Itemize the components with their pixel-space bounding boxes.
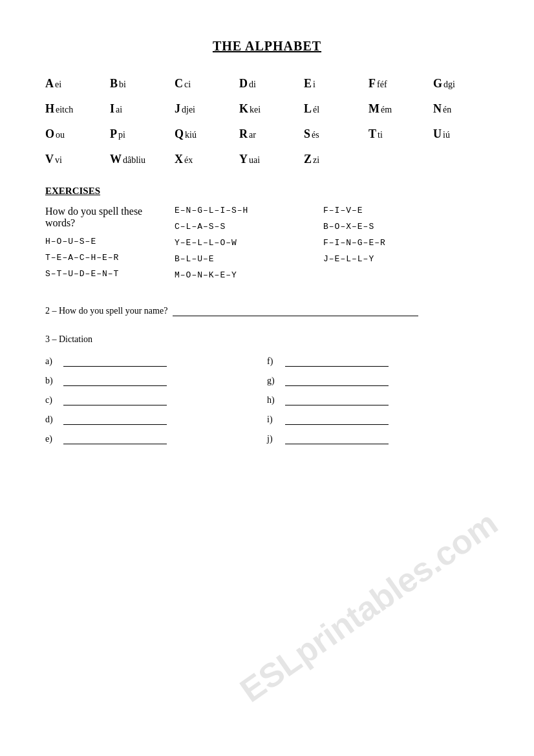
dictation-label: j) — [267, 434, 281, 444]
spell-word: C–L–A–S–S — [175, 222, 323, 232]
alpha-item: Gdgi — [433, 77, 498, 91]
alpha-item: Ddi — [239, 77, 304, 91]
alpha-letter: J — [175, 102, 180, 116]
dictation-label: d) — [45, 415, 59, 425]
alpha-item: Nén — [433, 102, 498, 116]
alpha-item: Cci — [175, 77, 239, 91]
alpha-pron: bi — [119, 80, 126, 90]
alpha-pron: pi — [118, 130, 125, 140]
dictation-item-left: d) — [45, 415, 267, 425]
watermark: ESLprintables.com — [233, 502, 506, 710]
alpha-pron: féf — [377, 80, 387, 90]
dictation-line[interactable] — [285, 366, 389, 367]
alpha-pron: kiú — [185, 130, 197, 140]
spell-word: M–O–N–K–E–Y — [175, 270, 323, 280]
alpha-letter: E — [304, 77, 312, 91]
dictation-item-right: i) — [267, 415, 489, 425]
dictation-line[interactable] — [63, 424, 167, 425]
exercises-grid: How do you spell these words? H–O–U–S–ET… — [45, 206, 489, 280]
dictation-label: c) — [45, 395, 59, 405]
alpha-letter: F — [368, 77, 376, 91]
alpha-item: Jdjei — [175, 102, 239, 116]
alpha-letter: W — [110, 153, 122, 166]
dictation-item-left: c) — [45, 395, 267, 405]
alpha-item: Tti — [368, 127, 433, 141]
alpha-letter: T — [368, 127, 376, 141]
alpha-item: Wdâbliu — [110, 153, 175, 166]
alpha-letter: R — [239, 127, 248, 141]
alpha-letter: A — [45, 77, 54, 91]
alpha-item: Bbi — [110, 77, 175, 91]
spell-word: B–O–X–E–S — [323, 222, 453, 232]
alpha-pron: kei — [250, 105, 261, 115]
dictation-line[interactable] — [285, 385, 389, 386]
alpha-letter: M — [368, 102, 379, 116]
section2-line[interactable] — [173, 316, 418, 316]
dictation-item-left: a) — [45, 356, 267, 367]
alpha-item: Heitch — [45, 102, 110, 116]
dictation-item-right: g) — [267, 376, 489, 386]
dictation-label: g) — [267, 376, 281, 386]
alpha-pron: zi — [313, 155, 319, 166]
section2-label: 2 – How do you spell your name? — [45, 306, 167, 316]
alphabet-section: AeiBbiCciDdiEiFféfGdgiHeitchIaiJdjeiKkei… — [45, 77, 489, 166]
alpha-pron: dgi — [443, 80, 455, 90]
alpha-letter: O — [45, 127, 54, 141]
dictation-grid: a)f)b)g)c)h)d)i)e)j) — [45, 356, 489, 444]
dictation-item-right: j) — [267, 434, 489, 444]
alpha-pron: ar — [249, 130, 256, 140]
section3-label: 3 – Dictation — [45, 334, 489, 345]
alpha-pron: ai — [116, 105, 122, 115]
spell-col2: E–N–G–L–I–S–HC–L–A–S–SY–E–L–L–O–WB–L–U–E… — [175, 206, 323, 280]
dictation-line[interactable] — [63, 385, 167, 386]
spell-word: T–E–A–C–H–E–R — [45, 253, 175, 263]
alpha-letter: L — [304, 102, 312, 116]
alpha-pron: és — [312, 130, 319, 140]
alpha-pron: i — [313, 80, 315, 90]
alphabet-row: VviWdâbliuXéxYuaiZzi — [45, 153, 489, 166]
exercises-title: EXERCISES — [45, 186, 489, 197]
alpha-item: Xéx — [175, 153, 239, 166]
alpha-letter: Q — [175, 127, 184, 141]
alpha-pron: éx — [184, 155, 193, 166]
dictation-line[interactable] — [285, 444, 389, 444]
alphabet-row: HeitchIaiJdjeiKkeiLélMémNén — [45, 102, 489, 116]
alpha-pron: ém — [381, 105, 392, 115]
alpha-pron: iú — [443, 130, 450, 140]
alpha-pron: ei — [55, 80, 61, 90]
alpha-item: Kkei — [239, 102, 304, 116]
dictation-label: f) — [267, 356, 281, 367]
dictation-label: i) — [267, 415, 281, 425]
alpha-letter: C — [175, 77, 183, 91]
alpha-item: Aei — [45, 77, 110, 91]
alpha-item: Ppi — [110, 127, 175, 141]
alpha-letter: H — [45, 102, 54, 116]
alpha-pron: ci — [184, 80, 191, 90]
dictation-item-left: e) — [45, 434, 267, 444]
dictation-label: a) — [45, 356, 59, 367]
dictation-line[interactable] — [285, 424, 389, 425]
alpha-letter: D — [239, 77, 248, 91]
alpha-item: Sés — [304, 127, 368, 141]
alpha-letter: I — [110, 102, 114, 116]
alpha-item: Oou — [45, 127, 110, 141]
alpha-item: Mém — [368, 102, 433, 116]
alpha-pron: eitch — [56, 105, 73, 115]
spell-word: J–E–L–L–Y — [323, 254, 453, 264]
dictation-label: b) — [45, 376, 59, 386]
spell-word: S–T–U–D–E–N–T — [45, 269, 175, 279]
alpha-item: Ei — [304, 77, 368, 91]
alpha-pron: dâbliu — [123, 155, 145, 166]
section-3: 3 – Dictation a)f)b)g)c)h)d)i)e)j) — [45, 334, 489, 444]
spell-word: E–N–G–L–I–S–H — [175, 206, 323, 215]
section-2: 2 – How do you spell your name? — [45, 306, 489, 316]
dictation-line[interactable] — [63, 405, 167, 405]
alpha-item: Vvi — [45, 153, 110, 166]
dictation-line[interactable] — [63, 444, 167, 444]
alpha-pron: di — [249, 80, 256, 90]
page-title: THE ALPHABET — [45, 39, 489, 54]
dictation-line[interactable] — [285, 405, 389, 405]
dictation-line[interactable] — [63, 366, 167, 367]
alpha-pron: uai — [249, 155, 260, 166]
alpha-item: Fféf — [368, 77, 433, 91]
